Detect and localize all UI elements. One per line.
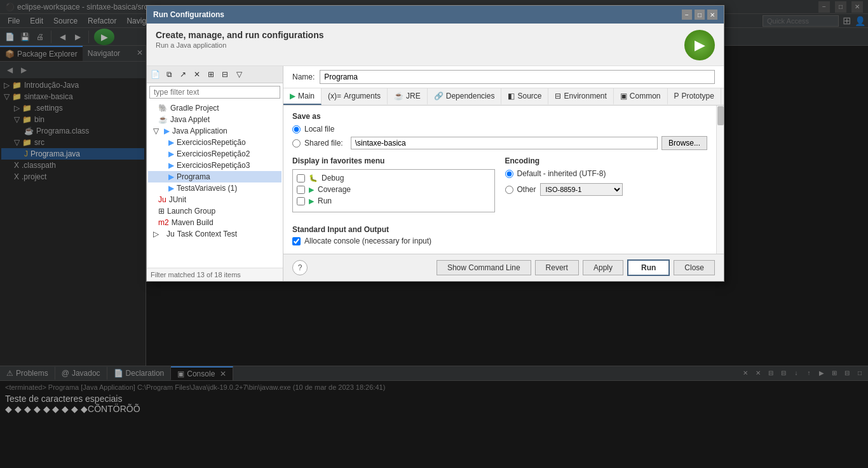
- config-task-context[interactable]: ▷ Ju Task Context Test: [148, 228, 281, 240]
- run-dialog-button[interactable]: Run: [627, 259, 670, 276]
- dialog-close-btn[interactable]: ✕: [707, 10, 717, 20]
- dialog-title-controls: − □ ✕: [682, 10, 717, 20]
- config-junit[interactable]: Ju JUnit: [148, 194, 281, 205]
- fav-debug-checkbox[interactable]: [297, 174, 305, 182]
- env-tab-icon: ⊟: [555, 92, 561, 100]
- run-configurations-dialog: Run Configurations − □ ✕ Create, manage,…: [146, 5, 724, 282]
- encoding-select[interactable]: ISO-8859-1: [540, 183, 623, 196]
- browse-button[interactable]: Browse...: [661, 136, 707, 150]
- expand-all-btn[interactable]: ⊞: [205, 68, 217, 81]
- scroll-thumb[interactable]: [717, 106, 724, 125]
- dialog-left-panel: 📄 ⧉ ↗ ✕ ⊞ ⊟ ▽ 🐘 Gradle Project: [147, 66, 283, 281]
- dialog-title-bar: Run Configurations − □ ✕: [147, 6, 724, 24]
- local-file-radio[interactable]: [292, 125, 301, 134]
- dialog-heading: Create, manage, and run configurations: [156, 30, 324, 40]
- dialog-body: 📄 ⧉ ↗ ✕ ⊞ ⊟ ▽ 🐘 Gradle Project: [147, 66, 724, 281]
- close-dialog-button[interactable]: Close: [674, 260, 715, 275]
- coverage-icon: ▶: [309, 186, 314, 194]
- local-file-label: Local file: [304, 125, 334, 134]
- config-tab-source[interactable]: ◧ Source: [501, 88, 548, 105]
- save-as-radio-group: Local file Shared file: Browse...: [292, 125, 707, 150]
- fav-coverage-checkbox[interactable]: [297, 186, 305, 194]
- args-tab-icon: (x)=: [328, 92, 341, 100]
- new-config-btn[interactable]: 📄: [149, 68, 161, 81]
- config-tab-arguments[interactable]: (x)= Arguments: [322, 88, 388, 105]
- delete-config-btn[interactable]: ✕: [191, 68, 203, 81]
- config-launch-group[interactable]: ⊞ Launch Group: [148, 205, 281, 217]
- name-row: Name:: [283, 66, 724, 88]
- dialog-overlay: Run Configurations − □ ✕ Create, manage,…: [0, 0, 868, 468]
- config-gradle[interactable]: 🐘 Gradle Project: [148, 102, 281, 114]
- shared-file-radio[interactable]: [292, 139, 301, 148]
- config-tab-jre[interactable]: ☕ JRE: [388, 88, 428, 105]
- source-tab-icon: ◧: [508, 92, 515, 100]
- config-java-app[interactable]: ▽ ▶ Java Application: [148, 125, 281, 137]
- revert-button[interactable]: Revert: [535, 260, 579, 275]
- debug-icon: 🐛: [309, 174, 318, 182]
- common-tab-icon: ▣: [620, 92, 627, 100]
- encoding-section: Encoding Default - inherited (UTF-8): [505, 156, 708, 219]
- show-command-line-button[interactable]: Show Command Line: [437, 260, 531, 275]
- config-tab-common[interactable]: ▣ Common: [614, 88, 668, 105]
- fav-debug-row: 🐛 Debug: [297, 174, 491, 182]
- config-ejercicios2[interactable]: ▶ ExerciciosRepetição2: [148, 148, 281, 160]
- dialog-minimize-btn[interactable]: −: [682, 10, 692, 20]
- config-scroll-content: Save as Local file Shared file:: [283, 106, 716, 254]
- filter-btn[interactable]: ▽: [233, 68, 245, 81]
- config-tab-prototype[interactable]: P Prototype: [668, 88, 721, 105]
- shared-file-label: Shared file:: [304, 139, 343, 148]
- config-maven[interactable]: m2 Maven Build: [148, 217, 281, 228]
- local-file-row: Local file: [292, 125, 707, 134]
- duplicate-config-btn[interactable]: ⧉: [163, 68, 175, 81]
- help-button[interactable]: ?: [292, 260, 308, 275]
- dialog-left-toolbar: 📄 ⧉ ↗ ✕ ⊞ ⊟ ▽: [147, 66, 283, 83]
- name-input[interactable]: [320, 70, 715, 84]
- config-tab-dependencies[interactable]: 🔗 Dependencies: [428, 88, 502, 105]
- encoding-default-radio[interactable]: [505, 170, 513, 178]
- run-icon-large: ▶: [684, 30, 715, 60]
- export-config-btn[interactable]: ↗: [177, 68, 189, 81]
- apply-button[interactable]: Apply: [583, 260, 623, 275]
- dialog-header-text: Create, manage, and run configurations R…: [156, 30, 324, 49]
- encoding-title: Encoding: [505, 156, 708, 165]
- encoding-other-row: Other ISO-8859-1: [505, 183, 708, 196]
- run-fav-icon: ▶: [309, 197, 314, 205]
- dialog-header: Create, manage, and run configurations R…: [147, 24, 724, 66]
- allocate-console-checkbox[interactable]: [292, 237, 301, 245]
- proto-tab-icon: P: [674, 92, 679, 100]
- scroll-track[interactable]: [716, 106, 724, 254]
- save-as-title: Save as: [292, 112, 707, 121]
- dialog-title: Run Configurations: [153, 10, 224, 19]
- help-section: ?: [292, 260, 308, 275]
- fav-run-row: ▶ Run: [297, 196, 491, 205]
- run-play-large-icon: ▶: [695, 37, 705, 53]
- std-io-section: Standard Input and Output Allocate conso…: [292, 225, 707, 245]
- name-label: Name:: [292, 72, 315, 81]
- encoding-other-radio[interactable]: [505, 186, 513, 194]
- favorites-box: 🐛 Debug ▶ Coverage: [292, 169, 495, 212]
- config-ejercicios1[interactable]: ▶ ExerciciosRepetição: [148, 137, 281, 148]
- dialog-bottom-bar: ? Show Command Line Revert Apply Run Clo…: [283, 254, 724, 281]
- config-tab-environment[interactable]: ⊟ Environment: [548, 88, 613, 105]
- shared-file-row: Shared file: Browse...: [292, 136, 707, 150]
- config-tab-main[interactable]: ▶ Main: [283, 88, 322, 105]
- favorites-section: Display in favorites menu 🐛 Debug: [292, 156, 495, 219]
- encoding-radio-group: Default - inherited (UTF-8) Other ISO-88…: [505, 169, 708, 196]
- filter-status: Filter matched 13 of 18 items: [147, 268, 283, 281]
- dialog-subheading: Run a Java application: [156, 41, 324, 49]
- encoding-other-label: Other: [517, 185, 536, 194]
- collapse-all-btn[interactable]: ⊟: [219, 68, 231, 81]
- config-ejercicios3[interactable]: ▶ ExerciciosRepetição3: [148, 160, 281, 171]
- deps-tab-icon: 🔗: [434, 92, 444, 100]
- config-java-applet[interactable]: ☕ Java Applet: [148, 114, 281, 125]
- config-filter-input[interactable]: [149, 86, 280, 99]
- favorites-title: Display in favorites menu: [292, 156, 495, 165]
- dialog-maximize-btn[interactable]: □: [695, 10, 705, 20]
- fav-run-checkbox[interactable]: [297, 197, 305, 205]
- config-programa[interactable]: ▶ Programa: [148, 171, 281, 182]
- shared-file-input[interactable]: [351, 137, 658, 149]
- allocate-console-row: Allocate console (necessary for input): [292, 237, 707, 245]
- encoding-default-row: Default - inherited (UTF-8): [505, 169, 708, 178]
- config-tabs: ▶ Main (x)= Arguments ☕ JRE 🔗: [283, 88, 724, 106]
- config-testa[interactable]: ▶ TestaVariaveis (1): [148, 182, 281, 194]
